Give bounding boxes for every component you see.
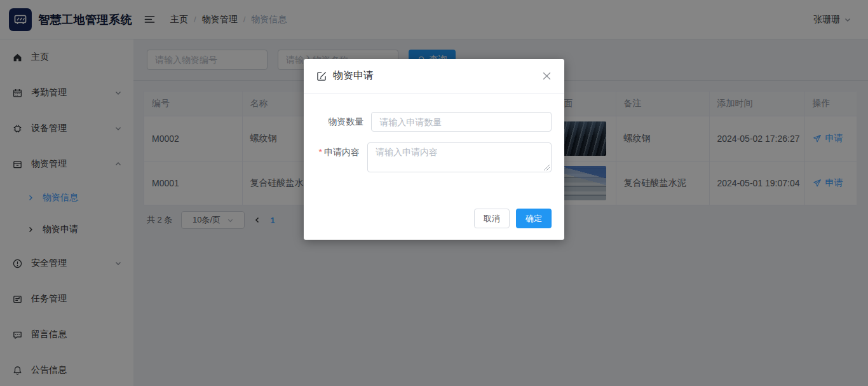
quantity-form-row: 物资数量 (316, 112, 552, 132)
resize-handle-icon[interactable] (544, 165, 550, 170)
quantity-label: 物资数量 (316, 112, 371, 132)
confirm-button[interactable]: 确定 (516, 209, 552, 228)
quantity-input[interactable] (371, 112, 552, 132)
dialog-header: 物资申请 (304, 59, 564, 93)
close-icon[interactable] (542, 71, 552, 81)
dialog-title: 物资申请 (333, 69, 374, 83)
required-asterisk: * (319, 147, 322, 157)
content-label-text: 申请内容 (324, 147, 360, 157)
cancel-button[interactable]: 取消 (474, 209, 510, 228)
dialog-body: 物资数量 *申请内容 (304, 93, 564, 183)
content-textarea[interactable] (367, 142, 552, 172)
dialog-footer: 取消 确定 (304, 209, 564, 240)
edit-icon (316, 71, 327, 81)
material-apply-dialog: 物资申请 物资数量 *申请内容 取消 确定 (304, 59, 564, 240)
content-label: *申请内容 (316, 142, 367, 162)
content-form-row: *申请内容 (316, 142, 552, 172)
